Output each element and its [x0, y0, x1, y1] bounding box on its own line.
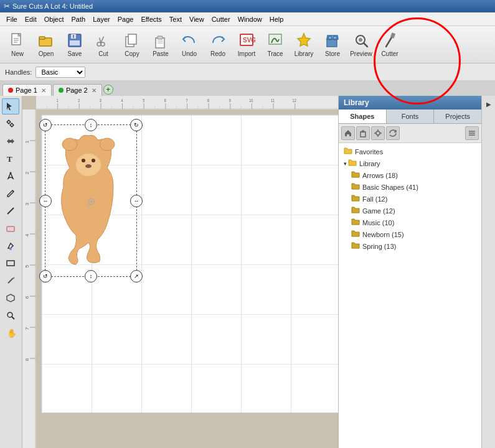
library-delete-button[interactable]	[356, 126, 370, 140]
arrows-folder-icon	[351, 170, 360, 180]
favorites-label: Favorites	[355, 148, 383, 156]
tree-library[interactable]: ▾ Library	[341, 157, 479, 169]
toolbar-cut-button[interactable]: Cut	[90, 29, 117, 61]
tool-transform[interactable]	[2, 133, 19, 149]
undo-icon	[181, 32, 198, 49]
tool-line[interactable]	[2, 203, 19, 219]
menu-layer[interactable]: Layer	[89, 14, 114, 24]
menu-view[interactable]: View	[186, 14, 208, 24]
library-home-button[interactable]	[341, 126, 355, 140]
toolbar-new-button[interactable]: New	[4, 29, 31, 61]
menu-window[interactable]: Window	[234, 14, 266, 24]
svg-text:T: T	[7, 154, 12, 164]
menu-text[interactable]: Text	[166, 14, 186, 24]
undo-label: Undo	[182, 50, 197, 57]
tree-favorites[interactable]: Favorites	[341, 146, 479, 157]
tab2-close[interactable]: ✕	[92, 87, 97, 94]
handle-se[interactable]: ↗	[130, 270, 143, 282]
handle-s[interactable]: ↕	[85, 270, 97, 282]
tree-game[interactable]: Game (12)	[341, 205, 479, 217]
handle-w[interactable]: ↔	[39, 195, 52, 207]
library-tab-projects[interactable]: Projects	[434, 110, 481, 123]
tree-arrows[interactable]: Arrows (18)	[341, 169, 479, 181]
library-settings-button[interactable]	[371, 126, 385, 140]
svg-point-40	[9, 248, 12, 250]
tree-music[interactable]: Music (10)	[341, 217, 479, 228]
toolbar-undo-button[interactable]: Undo	[176, 29, 203, 61]
toolbar-library-button[interactable]: Library	[290, 29, 318, 61]
toolbar-open-button[interactable]: Open	[32, 29, 60, 61]
tree-basic-shapes[interactable]: Basic Shapes (41)	[341, 181, 479, 193]
library-tab-fonts[interactable]: Fonts	[387, 110, 435, 123]
handle-e[interactable]: ↔	[130, 195, 143, 207]
tree-fall[interactable]: Fall (12)	[341, 193, 479, 205]
menu-help[interactable]: Help	[266, 14, 288, 24]
library-view-button[interactable]	[465, 126, 479, 140]
tab-add-button[interactable]: +	[103, 85, 113, 95]
menu-cutter[interactable]: Cutter	[208, 14, 234, 24]
menu-file[interactable]: File	[2, 14, 21, 24]
tool-pen[interactable]	[2, 168, 19, 184]
left-toolbar: T ✋	[0, 96, 22, 448]
copy-label: Copy	[125, 50, 139, 57]
tool-node[interactable]	[2, 116, 19, 132]
cut-icon	[95, 32, 112, 49]
handles-select[interactable]: Basic Advanced None	[35, 67, 85, 78]
tool-eyedrop[interactable]	[2, 238, 19, 254]
svg-rect-34	[10, 123, 14, 127]
new-icon	[9, 32, 26, 49]
tool-rect[interactable]	[2, 255, 19, 271]
import-icon: SVG	[238, 32, 255, 49]
tab-page1[interactable]: Page 1 ✕	[2, 84, 52, 96]
tab1-close[interactable]: ✕	[41, 87, 46, 94]
tab1-label: Page 1	[16, 86, 37, 94]
library-refresh-button[interactable]	[386, 126, 400, 140]
tree-newborn[interactable]: Newborn (15)	[341, 228, 479, 240]
tool-pan[interactable]: ✋	[2, 325, 19, 341]
preview-label: Preview	[350, 50, 372, 57]
handle-nw[interactable]: ↺	[39, 119, 52, 131]
menu-edit[interactable]: Edit	[21, 14, 40, 24]
canvas-area[interactable]: 1 2 3 4 5 6 7 8 9 10 11 12	[22, 96, 338, 448]
svg-text:6: 6	[24, 296, 30, 299]
design-canvas[interactable]: ↺ ↕ ↻ ↔ ↔ ↺ ↕ ↗ ⊕	[41, 114, 338, 413]
tree-spring[interactable]: Spring (13)	[341, 240, 479, 252]
sidebar-toggle[interactable]: ▶	[483, 98, 494, 110]
menu-path[interactable]: Path	[68, 14, 90, 24]
tool-pencil[interactable]	[2, 185, 19, 202]
tool-weld[interactable]	[2, 290, 19, 306]
toolbar-paste-button[interactable]: Paste	[147, 29, 174, 61]
redo-label: Redo	[210, 50, 225, 57]
cutter-icon	[381, 32, 398, 49]
app-title: Sure Cuts A Lot 4: Untitled	[12, 2, 93, 10]
svg-text:3: 3	[100, 98, 101, 103]
svg-rect-33	[7, 120, 11, 124]
tool-zoom[interactable]	[2, 307, 19, 324]
menu-effects[interactable]: Effects	[137, 14, 165, 24]
tool-select[interactable]	[2, 98, 19, 114]
toolbar-store-button[interactable]: Store	[319, 29, 346, 61]
tab-page2[interactable]: Page 2 ✕	[53, 84, 102, 96]
toolbar-import-button[interactable]: SVG Import	[233, 29, 260, 61]
tool-text[interactable]: T	[2, 151, 19, 167]
toolbar-trace-button[interactable]: Trace	[262, 29, 289, 61]
toolbar-copy-button[interactable]: Copy	[118, 29, 146, 61]
handle-sw[interactable]: ↺	[39, 270, 52, 282]
library-expand-icon: ▾	[344, 161, 347, 167]
library-tab-shapes[interactable]: Shapes	[339, 110, 387, 123]
toolbar-save-button[interactable]: Save	[61, 29, 88, 61]
cut-label: Cut	[98, 50, 108, 57]
tool-eraser[interactable]	[2, 220, 19, 236]
toolbar-cutter-button[interactable]: Cutter	[376, 29, 403, 61]
menu-page[interactable]: Page	[114, 14, 138, 24]
tool-knife[interactable]	[2, 273, 19, 289]
toolbar-redo-button[interactable]: Redo	[204, 29, 232, 61]
svg-line-29	[364, 43, 367, 47]
svg-text:12: 12	[293, 98, 296, 103]
menu-object[interactable]: Object	[40, 14, 68, 24]
handle-ne[interactable]: ↻	[130, 119, 143, 131]
handle-n[interactable]: ↕	[85, 119, 97, 131]
svg-marker-24	[298, 34, 310, 46]
svg-rect-9	[70, 40, 80, 45]
toolbar-preview-button[interactable]: Preview	[347, 29, 375, 61]
